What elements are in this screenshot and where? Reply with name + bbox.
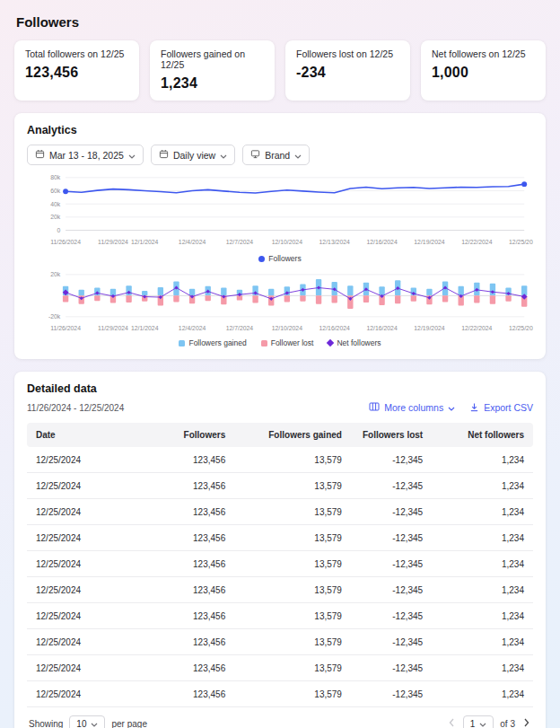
- stat-card-value: 123,456: [25, 65, 128, 81]
- table-cell: 12/25/2024: [27, 447, 163, 473]
- previous-page-button[interactable]: [447, 716, 457, 728]
- svg-text:12/25/2024: 12/25/2024: [509, 325, 533, 331]
- table-cell: 123,456: [163, 473, 234, 499]
- table-row: 12/25/2024123,45613,579-12,3451,234: [27, 525, 533, 551]
- followers-page: Followers Total followers on 12/25 123,4…: [0, 0, 560, 728]
- analytics-title: Analytics: [27, 124, 533, 136]
- svg-text:12/13/2024: 12/13/2024: [319, 239, 350, 245]
- svg-text:12/16/2024: 12/16/2024: [366, 239, 397, 245]
- column-header-followers-gained: Followers gained: [234, 423, 351, 447]
- table-cell: 12/25/2024: [27, 603, 163, 629]
- table-cell: 12/25/2024: [27, 629, 163, 655]
- page-select[interactable]: 1: [463, 715, 494, 728]
- stat-card-label: Followers lost on 12/25: [296, 48, 399, 59]
- followers-gained-legend-swatch: [179, 340, 185, 346]
- svg-text:11/26/2024: 11/26/2024: [50, 239, 81, 245]
- followers-line-chart: 80k60k40k20k011/26/202411/29/202412/1/20…: [27, 169, 533, 253]
- column-header-followers: Followers: [163, 423, 234, 447]
- table-cell: -12,345: [351, 603, 432, 629]
- bar-chart-legend: Followers gained Follower lost Net follo…: [27, 338, 533, 347]
- svg-text:0: 0: [57, 227, 60, 233]
- analytics-card: Analytics Mar 13 - 18, 2025 Daily view B…: [14, 113, 546, 359]
- column-header-followers-lost: Followers lost: [351, 423, 432, 447]
- svg-text:11/29/2024: 11/29/2024: [98, 325, 128, 331]
- follower-lost-legend-swatch: [261, 340, 267, 346]
- table-cell: -12,345: [351, 629, 432, 655]
- download-icon: [469, 402, 479, 414]
- table-cell: -12,345: [351, 577, 432, 603]
- column-header-date: Date: [27, 423, 163, 447]
- view-granularity-filter-button[interactable]: Daily view: [151, 145, 235, 165]
- chevron-right-icon: [523, 718, 529, 728]
- stat-card-total-followers: Total followers on 12/25 123,456: [14, 40, 139, 101]
- svg-text:80k: 80k: [50, 174, 61, 180]
- calendar-icon: [35, 149, 45, 161]
- legend-followers-gained: Followers gained: [179, 338, 246, 347]
- svg-text:12/22/2024: 12/22/2024: [461, 239, 492, 245]
- table-cell: 13,579: [234, 629, 351, 655]
- table-cell: 12/25/2024: [27, 655, 163, 681]
- table-row: 12/25/2024123,45613,579-12,3451,234: [27, 603, 533, 629]
- date-range-filter-label: Mar 13 - 18, 2025: [49, 150, 124, 161]
- page-size-select[interactable]: 10: [69, 715, 105, 728]
- export-csv-button[interactable]: Export CSV: [469, 402, 533, 414]
- svg-text:12/1/2024: 12/1/2024: [131, 239, 159, 245]
- svg-text:12/1/2024: 12/1/2024: [131, 325, 159, 331]
- chevron-down-icon: [220, 150, 227, 161]
- table-cell: 1,234: [432, 551, 533, 577]
- table-row: 12/25/2024123,45613,579-12,3451,234: [27, 551, 533, 577]
- table-cell: -12,345: [351, 655, 432, 681]
- detailed-data-title: Detailed data: [27, 382, 533, 395]
- table-cell: 123,456: [163, 551, 234, 577]
- svg-text:12/16/2024: 12/16/2024: [366, 325, 397, 331]
- stat-card-label: Total followers on 12/25: [25, 48, 128, 59]
- table-cell: 1,234: [432, 473, 533, 499]
- table-cell: 123,456: [163, 447, 234, 473]
- table-body: 12/25/2024123,45613,579-12,3451,23412/25…: [27, 447, 533, 707]
- svg-text:12/19/2024: 12/19/2024: [414, 325, 444, 331]
- table-cell: 12/25/2024: [27, 577, 163, 603]
- svg-text:12/19/2024: 12/19/2024: [414, 239, 444, 245]
- table-cell: -12,345: [351, 681, 432, 707]
- table-cell: 1,234: [432, 499, 533, 525]
- legend-followers: Followers: [258, 254, 301, 263]
- table-cell: 1,234: [432, 577, 533, 603]
- calendar-icon: [159, 149, 169, 161]
- table-cell: -12,345: [351, 447, 432, 473]
- table-cell: 1,234: [432, 629, 533, 655]
- export-csv-label: Export CSV: [484, 402, 533, 413]
- table-cell: 12/25/2024: [27, 525, 163, 551]
- detailed-data-meta: 11/26/2024 - 12/25/2024 More columns Exp…: [27, 401, 533, 414]
- svg-text:60k: 60k: [50, 188, 61, 194]
- page-title: Followers: [16, 14, 546, 30]
- table-row: 12/25/2024123,45613,579-12,3451,234: [27, 681, 533, 707]
- page-size-controls: Showing 10 per page: [29, 715, 147, 728]
- date-range-filter-button[interactable]: Mar 13 - 18, 2025: [27, 145, 144, 165]
- showing-label: Showing: [29, 719, 63, 728]
- table-header-row: Date Followers Followers gained Follower…: [27, 423, 533, 447]
- more-columns-button[interactable]: More columns: [369, 401, 455, 414]
- chevron-left-icon: [449, 718, 455, 728]
- gained-lost-bar-chart: 20k-20k11/26/202411/29/202412/1/202412/4…: [27, 268, 533, 338]
- stat-card-label: Net followers on 12/25: [432, 48, 535, 59]
- table-cell: 123,456: [163, 499, 234, 525]
- page-of-label: of 3: [500, 719, 515, 728]
- table-cell: 12/25/2024: [27, 499, 163, 525]
- more-columns-label: More columns: [384, 402, 443, 413]
- columns-icon: [369, 401, 380, 414]
- table-cell: 13,579: [234, 525, 351, 551]
- legend-net-followers-label: Net followers: [337, 338, 381, 347]
- monitor-icon: [250, 149, 260, 161]
- brand-filter-button[interactable]: Brand: [242, 145, 310, 165]
- table-cell: 1,234: [432, 655, 533, 681]
- table-cell: 13,579: [234, 551, 351, 577]
- chevron-down-icon: [128, 150, 136, 161]
- detailed-data-card: Detailed data 11/26/2024 - 12/25/2024 Mo…: [14, 372, 546, 728]
- table-cell: 13,579: [234, 655, 351, 681]
- table-cell: 13,579: [234, 577, 351, 603]
- table-cell: 123,456: [163, 681, 234, 707]
- page-size-value: 10: [76, 719, 86, 728]
- view-granularity-filter-label: Daily view: [173, 150, 215, 161]
- table-cell: 1,234: [432, 681, 533, 707]
- next-page-button[interactable]: [521, 716, 531, 728]
